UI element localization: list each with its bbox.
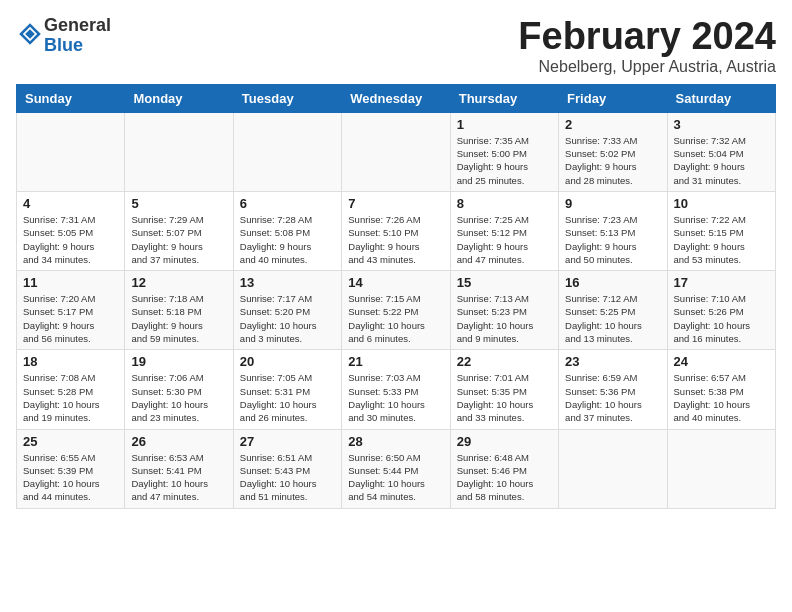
calendar-cell: 26Sunrise: 6:53 AM Sunset: 5:41 PM Dayli… bbox=[125, 429, 233, 508]
calendar-cell: 8Sunrise: 7:25 AM Sunset: 5:12 PM Daylig… bbox=[450, 191, 558, 270]
day-number: 24 bbox=[674, 354, 769, 369]
calendar-table: SundayMondayTuesdayWednesdayThursdayFrid… bbox=[16, 84, 776, 509]
calendar-cell: 15Sunrise: 7:13 AM Sunset: 5:23 PM Dayli… bbox=[450, 271, 558, 350]
day-info: Sunrise: 6:55 AM Sunset: 5:39 PM Dayligh… bbox=[23, 451, 118, 504]
day-number: 20 bbox=[240, 354, 335, 369]
calendar-cell: 27Sunrise: 6:51 AM Sunset: 5:43 PM Dayli… bbox=[233, 429, 341, 508]
day-number: 25 bbox=[23, 434, 118, 449]
day-info: Sunrise: 7:29 AM Sunset: 5:07 PM Dayligh… bbox=[131, 213, 226, 266]
day-info: Sunrise: 7:31 AM Sunset: 5:05 PM Dayligh… bbox=[23, 213, 118, 266]
calendar-cell: 11Sunrise: 7:20 AM Sunset: 5:17 PM Dayli… bbox=[17, 271, 125, 350]
calendar-cell: 16Sunrise: 7:12 AM Sunset: 5:25 PM Dayli… bbox=[559, 271, 667, 350]
day-number: 9 bbox=[565, 196, 660, 211]
day-number: 27 bbox=[240, 434, 335, 449]
day-info: Sunrise: 7:26 AM Sunset: 5:10 PM Dayligh… bbox=[348, 213, 443, 266]
day-info: Sunrise: 7:05 AM Sunset: 5:31 PM Dayligh… bbox=[240, 371, 335, 424]
calendar-cell: 10Sunrise: 7:22 AM Sunset: 5:15 PM Dayli… bbox=[667, 191, 775, 270]
logo-general-text: General bbox=[44, 15, 111, 35]
calendar-cell: 9Sunrise: 7:23 AM Sunset: 5:13 PM Daylig… bbox=[559, 191, 667, 270]
month-title: February 2024 bbox=[518, 16, 776, 58]
day-info: Sunrise: 7:15 AM Sunset: 5:22 PM Dayligh… bbox=[348, 292, 443, 345]
day-number: 17 bbox=[674, 275, 769, 290]
day-number: 26 bbox=[131, 434, 226, 449]
day-number: 22 bbox=[457, 354, 552, 369]
day-number: 14 bbox=[348, 275, 443, 290]
calendar-cell: 25Sunrise: 6:55 AM Sunset: 5:39 PM Dayli… bbox=[17, 429, 125, 508]
calendar-header-saturday: Saturday bbox=[667, 84, 775, 112]
day-number: 7 bbox=[348, 196, 443, 211]
day-info: Sunrise: 6:53 AM Sunset: 5:41 PM Dayligh… bbox=[131, 451, 226, 504]
day-number: 21 bbox=[348, 354, 443, 369]
day-info: Sunrise: 6:51 AM Sunset: 5:43 PM Dayligh… bbox=[240, 451, 335, 504]
day-number: 13 bbox=[240, 275, 335, 290]
day-number: 12 bbox=[131, 275, 226, 290]
calendar-cell: 14Sunrise: 7:15 AM Sunset: 5:22 PM Dayli… bbox=[342, 271, 450, 350]
day-number: 19 bbox=[131, 354, 226, 369]
calendar-cell: 19Sunrise: 7:06 AM Sunset: 5:30 PM Dayli… bbox=[125, 350, 233, 429]
calendar-cell: 21Sunrise: 7:03 AM Sunset: 5:33 PM Dayli… bbox=[342, 350, 450, 429]
calendar-header-wednesday: Wednesday bbox=[342, 84, 450, 112]
location-title: Nebelberg, Upper Austria, Austria bbox=[518, 58, 776, 76]
calendar-cell: 2Sunrise: 7:33 AM Sunset: 5:02 PM Daylig… bbox=[559, 112, 667, 191]
day-info: Sunrise: 7:08 AM Sunset: 5:28 PM Dayligh… bbox=[23, 371, 118, 424]
day-info: Sunrise: 7:18 AM Sunset: 5:18 PM Dayligh… bbox=[131, 292, 226, 345]
day-info: Sunrise: 7:20 AM Sunset: 5:17 PM Dayligh… bbox=[23, 292, 118, 345]
calendar-cell: 4Sunrise: 7:31 AM Sunset: 5:05 PM Daylig… bbox=[17, 191, 125, 270]
day-info: Sunrise: 6:48 AM Sunset: 5:46 PM Dayligh… bbox=[457, 451, 552, 504]
day-number: 5 bbox=[131, 196, 226, 211]
calendar-header-friday: Friday bbox=[559, 84, 667, 112]
day-info: Sunrise: 6:59 AM Sunset: 5:36 PM Dayligh… bbox=[565, 371, 660, 424]
calendar-cell: 17Sunrise: 7:10 AM Sunset: 5:26 PM Dayli… bbox=[667, 271, 775, 350]
day-info: Sunrise: 7:12 AM Sunset: 5:25 PM Dayligh… bbox=[565, 292, 660, 345]
day-number: 8 bbox=[457, 196, 552, 211]
day-info: Sunrise: 7:17 AM Sunset: 5:20 PM Dayligh… bbox=[240, 292, 335, 345]
calendar-header-tuesday: Tuesday bbox=[233, 84, 341, 112]
calendar-cell: 1Sunrise: 7:35 AM Sunset: 5:00 PM Daylig… bbox=[450, 112, 558, 191]
calendar-header-sunday: Sunday bbox=[17, 84, 125, 112]
title-area: February 2024 Nebelberg, Upper Austria, … bbox=[518, 16, 776, 76]
logo-icon bbox=[18, 22, 42, 46]
day-number: 4 bbox=[23, 196, 118, 211]
day-info: Sunrise: 7:28 AM Sunset: 5:08 PM Dayligh… bbox=[240, 213, 335, 266]
calendar-header-monday: Monday bbox=[125, 84, 233, 112]
calendar-header-row: SundayMondayTuesdayWednesdayThursdayFrid… bbox=[17, 84, 776, 112]
day-number: 1 bbox=[457, 117, 552, 132]
calendar-cell: 3Sunrise: 7:32 AM Sunset: 5:04 PM Daylig… bbox=[667, 112, 775, 191]
day-info: Sunrise: 7:10 AM Sunset: 5:26 PM Dayligh… bbox=[674, 292, 769, 345]
calendar-body: 1Sunrise: 7:35 AM Sunset: 5:00 PM Daylig… bbox=[17, 112, 776, 508]
logo: General Blue bbox=[16, 16, 111, 56]
day-info: Sunrise: 7:13 AM Sunset: 5:23 PM Dayligh… bbox=[457, 292, 552, 345]
day-info: Sunrise: 7:35 AM Sunset: 5:00 PM Dayligh… bbox=[457, 134, 552, 187]
calendar-week-3: 11Sunrise: 7:20 AM Sunset: 5:17 PM Dayli… bbox=[17, 271, 776, 350]
day-info: Sunrise: 7:23 AM Sunset: 5:13 PM Dayligh… bbox=[565, 213, 660, 266]
calendar-cell: 20Sunrise: 7:05 AM Sunset: 5:31 PM Dayli… bbox=[233, 350, 341, 429]
calendar-cell: 29Sunrise: 6:48 AM Sunset: 5:46 PM Dayli… bbox=[450, 429, 558, 508]
calendar-cell: 13Sunrise: 7:17 AM Sunset: 5:20 PM Dayli… bbox=[233, 271, 341, 350]
calendar-cell: 18Sunrise: 7:08 AM Sunset: 5:28 PM Dayli… bbox=[17, 350, 125, 429]
day-info: Sunrise: 7:01 AM Sunset: 5:35 PM Dayligh… bbox=[457, 371, 552, 424]
calendar-cell bbox=[559, 429, 667, 508]
calendar-header-thursday: Thursday bbox=[450, 84, 558, 112]
day-info: Sunrise: 7:06 AM Sunset: 5:30 PM Dayligh… bbox=[131, 371, 226, 424]
day-info: Sunrise: 6:57 AM Sunset: 5:38 PM Dayligh… bbox=[674, 371, 769, 424]
logo-blue-text: Blue bbox=[44, 35, 83, 55]
day-info: Sunrise: 7:22 AM Sunset: 5:15 PM Dayligh… bbox=[674, 213, 769, 266]
calendar-week-4: 18Sunrise: 7:08 AM Sunset: 5:28 PM Dayli… bbox=[17, 350, 776, 429]
calendar-cell bbox=[233, 112, 341, 191]
day-number: 15 bbox=[457, 275, 552, 290]
day-info: Sunrise: 6:50 AM Sunset: 5:44 PM Dayligh… bbox=[348, 451, 443, 504]
calendar-cell: 23Sunrise: 6:59 AM Sunset: 5:36 PM Dayli… bbox=[559, 350, 667, 429]
day-number: 18 bbox=[23, 354, 118, 369]
day-number: 10 bbox=[674, 196, 769, 211]
calendar-week-5: 25Sunrise: 6:55 AM Sunset: 5:39 PM Dayli… bbox=[17, 429, 776, 508]
calendar-cell bbox=[342, 112, 450, 191]
day-number: 29 bbox=[457, 434, 552, 449]
day-info: Sunrise: 7:32 AM Sunset: 5:04 PM Dayligh… bbox=[674, 134, 769, 187]
calendar-cell: 6Sunrise: 7:28 AM Sunset: 5:08 PM Daylig… bbox=[233, 191, 341, 270]
header: General Blue February 2024 Nebelberg, Up… bbox=[16, 16, 776, 76]
day-number: 11 bbox=[23, 275, 118, 290]
calendar-cell: 22Sunrise: 7:01 AM Sunset: 5:35 PM Dayli… bbox=[450, 350, 558, 429]
day-info: Sunrise: 7:33 AM Sunset: 5:02 PM Dayligh… bbox=[565, 134, 660, 187]
calendar-week-2: 4Sunrise: 7:31 AM Sunset: 5:05 PM Daylig… bbox=[17, 191, 776, 270]
day-number: 2 bbox=[565, 117, 660, 132]
